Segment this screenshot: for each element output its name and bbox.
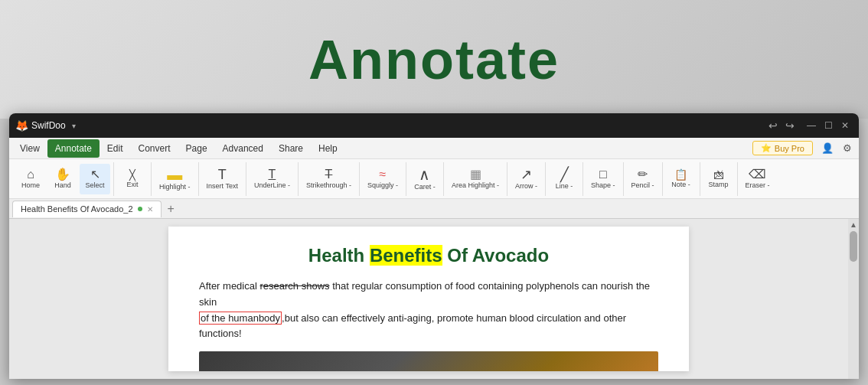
minimize-button[interactable]: — — [804, 118, 819, 133]
menu-convert[interactable]: Convert — [131, 139, 178, 158]
home-icon: ⌂ — [27, 168, 34, 181]
stamp-button[interactable]: 🖄 Stamp — [703, 164, 734, 194]
menu-advanced[interactable]: Advanced — [215, 139, 271, 158]
area-highlight-button[interactable]: ▦ Area Highlight - — [447, 164, 504, 194]
toolbar-note-group: 📋 Note - — [663, 162, 700, 196]
annotate-heading: Annotate — [308, 28, 560, 91]
toolbar-line-group: ╱ Line - — [546, 162, 583, 196]
toolbar-shape-group: □ Shape - — [583, 162, 624, 196]
document-page: Health Benefits Of Avocado After medical… — [168, 227, 689, 371]
exit-button[interactable]: ╳ Exit — [117, 164, 148, 194]
pencil-label: Pencil - — [631, 181, 654, 189]
home-button[interactable]: ⌂ Home — [15, 164, 46, 194]
scrollbar[interactable]: ▲ — [848, 219, 859, 379]
toolbar-strikethrough-group: T Strikethrough - — [299, 162, 360, 196]
squiggly-label: Squiggly - — [367, 181, 398, 189]
pencil-icon: ✏ — [638, 168, 648, 181]
arrow-icon: ↗ — [520, 168, 532, 181]
area-highlight-label: Area Highlight - — [452, 181, 499, 189]
toolbar-stamp-group: 🖄 Stamp — [700, 162, 738, 196]
title-highlight: Benefits — [370, 245, 442, 266]
content-area: Health Benefits Of Avocado After medical… — [9, 219, 859, 379]
insert-text-label: Insert Text — [207, 182, 238, 190]
redo-button[interactable]: ↪ — [782, 118, 798, 133]
pencil-button[interactable]: ✏ Pencil - — [627, 164, 659, 194]
strikethrough-button[interactable]: T Strikethrough - — [302, 164, 356, 194]
arrow-button[interactable]: ↗ Arrow - — [511, 164, 542, 194]
toolbar-underline-group: T UnderLine - — [246, 162, 299, 196]
insert-text-button[interactable]: T Insert Text — [202, 164, 243, 194]
menu-edit[interactable]: Edit — [100, 139, 131, 158]
strikethrough-icon: T — [325, 168, 333, 181]
window-controls: — ☐ ✕ — [804, 118, 853, 133]
highlight-icon: ▬ — [167, 167, 182, 182]
select-label: Select — [85, 181, 104, 189]
hand-label: Hand — [54, 181, 71, 189]
toolbar-area-highlight-group: ▦ Area Highlight - — [444, 162, 507, 196]
menu-page[interactable]: Page — [178, 139, 215, 158]
title-before: Health — [308, 245, 370, 266]
shape-button[interactable]: □ Shape - — [586, 164, 620, 194]
underline-button[interactable]: T UnderLine - — [250, 164, 295, 194]
select-button[interactable]: ↖ Select — [80, 164, 110, 194]
app-name: SwifDoo — [31, 120, 66, 131]
add-tab-button[interactable]: + — [165, 202, 178, 216]
menu-help[interactable]: Help — [311, 139, 345, 158]
toolbar-pencil-group: ✏ Pencil - — [624, 162, 663, 196]
scroll-up-button[interactable]: ▲ — [848, 219, 859, 230]
note-label: Note - — [671, 181, 690, 188]
squiggly-icon: ≈ — [380, 168, 387, 181]
tab-close-button[interactable]: ✕ — [147, 205, 153, 214]
area-highlight-icon: ▦ — [470, 168, 481, 181]
toolbar-arrow-group: ↗ Arrow - — [507, 162, 546, 196]
line-button[interactable]: ╱ Line - — [549, 164, 579, 194]
underline-label: UnderLine - — [254, 181, 290, 189]
undo-button[interactable]: ↩ — [765, 118, 781, 133]
caret-button[interactable]: ∧ Caret - — [410, 164, 440, 194]
user-icon[interactable]: 👤 — [819, 140, 836, 157]
menu-share[interactable]: Share — [271, 139, 311, 158]
highlight-button[interactable]: ▬ Highlight - — [155, 164, 195, 194]
select-icon: ↖ — [90, 168, 100, 181]
title-bar: 🦊 SwifDoo ▾ ↩ ↪ — ☐ ✕ — [9, 113, 859, 138]
menu-annotate[interactable]: Annotate — [47, 139, 100, 158]
document-image — [199, 351, 658, 371]
insert-text-icon: T — [218, 168, 227, 181]
shape-label: Shape - — [591, 181, 615, 189]
squiggly-button[interactable]: ≈ Squiggly - — [363, 164, 403, 194]
toolbar: ⌂ Home ✋ Hand ↖ Select ╳ Exit ▬ Highligh… — [9, 159, 859, 199]
line-icon: ╱ — [560, 168, 569, 181]
maximize-button[interactable]: ☐ — [821, 118, 836, 133]
tab-modified-indicator — [138, 207, 142, 211]
buy-pro-icon: ⭐ — [761, 143, 772, 153]
app-logo-icon: 🦊 — [15, 119, 28, 132]
eraser-icon: ⌫ — [749, 168, 766, 181]
menu-bar-right: 👤 ⚙ — [819, 140, 856, 157]
strikethrough-label: Strikethrough - — [306, 181, 351, 189]
body-text-1: After medical — [199, 280, 259, 292]
tab-label: Health Benefits Of Avocado_2 — [21, 204, 133, 214]
buy-pro-button[interactable]: ⭐ Buy Pro — [752, 141, 813, 155]
caret-label: Caret - — [414, 183, 436, 191]
eraser-button[interactable]: ⌫ Eraser - — [741, 164, 775, 194]
body-box-highlight: of the humanbody — [199, 312, 282, 325]
menu-view[interactable]: View — [12, 139, 47, 158]
title-bar-nav: ↩ ↪ — [765, 118, 798, 133]
toolbar-squiggly-group: ≈ Squiggly - — [360, 162, 406, 196]
tab-health-benefits[interactable]: Health Benefits Of Avocado_2 ✕ — [12, 201, 162, 217]
eraser-label: Eraser - — [746, 181, 770, 189]
body-strikethrough: research shows — [259, 280, 329, 292]
close-button[interactable]: ✕ — [837, 118, 853, 133]
app-window: 🦊 SwifDoo ▾ ↩ ↪ — ☐ ✕ View Annotate Edit… — [9, 113, 859, 379]
toolbar-home-group: ⌂ Home ✋ Hand ↖ Select — [12, 162, 114, 196]
settings-icon[interactable]: ⚙ — [839, 140, 856, 157]
note-icon: 📋 — [674, 169, 687, 180]
exit-label: Exit — [126, 181, 138, 188]
menu-bar: View Annotate Edit Convert Page Advanced… — [9, 138, 859, 159]
caret-icon: ∧ — [419, 167, 430, 182]
scrollbar-thumb[interactable] — [850, 231, 857, 262]
hand-icon: ✋ — [55, 168, 70, 181]
note-button[interactable]: 📋 Note - — [666, 164, 697, 194]
exit-icon: ╳ — [129, 170, 135, 180]
hand-button[interactable]: ✋ Hand — [47, 164, 78, 194]
